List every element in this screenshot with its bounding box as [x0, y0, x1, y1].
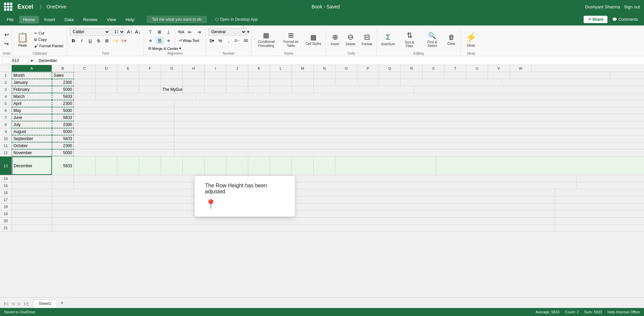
italic-button[interactable]: I — [78, 37, 86, 44]
cell-d2[interactable] — [96, 79, 117, 86]
format-cells-button[interactable]: ⊟ Format — [360, 30, 374, 49]
autosum-button[interactable]: Σ AutoSum — [379, 30, 397, 49]
menu-item-help[interactable]: Help — [121, 16, 139, 23]
cell-l3[interactable] — [270, 86, 292, 93]
cell-d4[interactable] — [96, 93, 196, 100]
clear-button[interactable]: 🗑 Clear — [445, 30, 458, 49]
font-border-button[interactable]: ⊞ — [103, 37, 111, 44]
cell-n2[interactable] — [314, 79, 335, 86]
indent-decrease-button[interactable]: ⇤ — [186, 28, 194, 36]
cell-g2[interactable] — [161, 79, 183, 86]
number-format-select[interactable]: General — [208, 28, 247, 36]
align-right-button[interactable]: ≡ — [165, 37, 173, 44]
cell-j3[interactable] — [226, 86, 248, 93]
row-number[interactable]: 2 — [0, 79, 12, 86]
cell-a15[interactable] — [12, 182, 52, 189]
col-header-d[interactable]: D — [96, 65, 117, 72]
col-header-w[interactable]: W — [510, 65, 532, 72]
row-number[interactable]: 16 — [0, 189, 12, 196]
cell-a8[interactable]: July — [12, 121, 52, 128]
cell-p2[interactable] — [357, 79, 379, 86]
cell-a12[interactable]: November — [12, 149, 52, 156]
row-number[interactable]: 15 — [0, 182, 12, 189]
font-size-increase-button[interactable]: A↑ — [126, 28, 133, 36]
cell-a5[interactable]: April — [12, 100, 52, 107]
cell-c10[interactable] — [74, 135, 174, 142]
undo-button[interactable]: ↩ — [3, 31, 10, 39]
cell-g13[interactable] — [161, 156, 183, 175]
cell-o1[interactable] — [335, 72, 357, 79]
col-header-b[interactable]: B — [52, 65, 74, 72]
cell-i2[interactable] — [205, 79, 226, 86]
menu-item-review[interactable]: Review — [79, 16, 102, 23]
col-header-h[interactable]: H — [183, 65, 205, 72]
ideas-button[interactable]: ⚡ Ideas — [463, 30, 479, 49]
align-left-button[interactable]: ≡ — [147, 37, 155, 44]
row-number[interactable]: 1 — [0, 72, 12, 79]
cell-c6[interactable] — [74, 107, 174, 114]
merge-center-button[interactable]: ⊟ Merge & Center ▾ — [147, 46, 183, 51]
cell-a1[interactable]: Month — [12, 72, 52, 79]
decimal-increase-button[interactable]: .00 — [242, 37, 249, 44]
cell-a3[interactable]: February — [12, 86, 52, 93]
cell-a14[interactable] — [12, 175, 52, 182]
cell-c11[interactable] — [74, 142, 174, 149]
add-sheet-button[interactable]: + — [58, 299, 66, 308]
bold-button[interactable]: B — [70, 37, 77, 44]
row-number[interactable]: 12 — [0, 149, 12, 156]
cell-m2[interactable] — [292, 79, 314, 86]
cell-b9[interactable]: 5000 — [52, 128, 74, 135]
cell-j2[interactable] — [226, 79, 248, 86]
col-header-j[interactable]: J — [226, 65, 248, 72]
insert-button[interactable]: ⊕ Insert — [328, 30, 342, 49]
col-header-u[interactable]: U — [466, 65, 488, 72]
col-header-v[interactable]: V — [488, 65, 510, 72]
cell-l2[interactable] — [270, 79, 292, 86]
cell-n13[interactable] — [314, 156, 335, 175]
cell-i3[interactable] — [205, 86, 226, 93]
font-color-button[interactable]: A▾ — [120, 37, 127, 44]
menu-item-home[interactable]: Home — [19, 16, 39, 23]
cell-b1[interactable]: Sales — [52, 72, 74, 79]
cell-h3[interactable] — [183, 86, 205, 93]
row-number[interactable]: 20 — [0, 217, 12, 224]
cell-c3[interactable] — [74, 86, 96, 93]
menu-item-insert[interactable]: Insert — [40, 16, 59, 23]
cell-t1[interactable] — [444, 72, 466, 79]
find-select-button[interactable]: 🔍 Find & Select — [422, 30, 443, 49]
sign-out-button[interactable]: Sign out — [624, 4, 640, 9]
cell-c9[interactable] — [74, 128, 174, 135]
cell-p1[interactable] — [357, 72, 379, 79]
decimal-decrease-button[interactable]: .0← — [233, 37, 241, 44]
waffle-icon[interactable] — [4, 3, 12, 11]
font-name-select[interactable]: Calibri — [70, 28, 110, 36]
sheet-nav-next[interactable]: ▷ — [16, 301, 22, 307]
sheet-nav-prev[interactable]: ◁ — [10, 301, 16, 307]
row-number[interactable]: 4 — [0, 93, 12, 100]
cell-a11[interactable]: October — [12, 142, 52, 149]
open-desktop-button[interactable]: ⬡ Open in Desktop App — [211, 16, 262, 23]
cell-g1[interactable] — [161, 72, 183, 79]
formula-input[interactable] — [37, 57, 642, 64]
cell-k2[interactable] — [248, 79, 270, 86]
sheet-nav-first[interactable]: |◁ — [3, 301, 9, 307]
align-top-button[interactable]: ⊤ — [147, 28, 155, 36]
cell-f2[interactable] — [139, 79, 161, 86]
cell-a7[interactable]: June — [12, 114, 52, 121]
cell-d13[interactable] — [96, 156, 117, 175]
row-number[interactable]: 6 — [0, 107, 12, 114]
cell-m13[interactable] — [292, 156, 314, 175]
cell-a10[interactable]: September — [12, 135, 52, 142]
text-direction-button[interactable]: ⟲A — [177, 28, 185, 36]
menu-item-file[interactable]: File — [3, 16, 18, 23]
cell-c5[interactable] — [74, 100, 174, 107]
cell-e2[interactable] — [117, 79, 139, 86]
cell-e3[interactable] — [117, 86, 139, 93]
cell-a9[interactable]: August — [12, 128, 52, 135]
col-header-p[interactable]: P — [357, 65, 379, 72]
cell-b2[interactable]: 2300 — [52, 79, 74, 86]
row-number[interactable]: 21 — [0, 225, 12, 231]
paste-button[interactable]: 📋 Paste — [14, 28, 31, 51]
col-header-e[interactable]: E — [117, 65, 139, 72]
cell-b10[interactable]: 5833 — [52, 135, 74, 142]
